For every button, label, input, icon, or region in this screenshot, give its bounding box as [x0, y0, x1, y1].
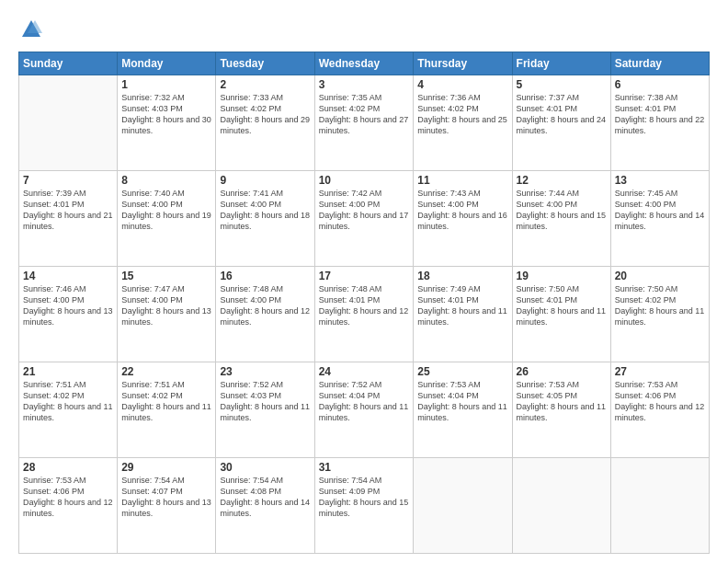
weekday-header-monday: Monday — [118, 52, 216, 75]
weekday-header-saturday: Saturday — [610, 52, 709, 75]
day-number: 27 — [615, 365, 705, 378]
day-number: 6 — [615, 78, 705, 91]
day-number: 12 — [517, 174, 607, 187]
day-number: 21 — [23, 365, 113, 378]
day-number: 30 — [220, 461, 310, 474]
day-info: Sunrise: 7:45 AM Sunset: 4:00 PM Dayligh… — [615, 188, 705, 233]
calendar-week-row: 14Sunrise: 7:46 AM Sunset: 4:00 PM Dayli… — [19, 267, 710, 362]
calendar-cell: 6Sunrise: 7:38 AM Sunset: 4:01 PM Daylig… — [610, 75, 709, 171]
day-number: 26 — [517, 365, 607, 378]
calendar-cell: 12Sunrise: 7:44 AM Sunset: 4:00 PM Dayli… — [512, 171, 610, 267]
weekday-header-sunday: Sunday — [19, 52, 118, 75]
day-info: Sunrise: 7:49 AM Sunset: 4:01 PM Dayligh… — [417, 283, 507, 328]
day-number: 8 — [121, 174, 211, 187]
day-number: 28 — [23, 461, 113, 474]
day-number: 1 — [121, 78, 211, 91]
calendar-cell — [19, 75, 118, 171]
calendar-cell: 25Sunrise: 7:53 AM Sunset: 4:04 PM Dayli… — [414, 362, 512, 458]
day-info: Sunrise: 7:47 AM Sunset: 4:00 PM Dayligh… — [121, 283, 211, 328]
day-info: Sunrise: 7:51 AM Sunset: 4:02 PM Dayligh… — [121, 379, 211, 424]
day-number: 24 — [319, 365, 410, 378]
day-info: Sunrise: 7:54 AM Sunset: 4:08 PM Dayligh… — [220, 475, 310, 520]
calendar-cell: 7Sunrise: 7:39 AM Sunset: 4:01 PM Daylig… — [19, 171, 118, 267]
calendar-cell: 11Sunrise: 7:43 AM Sunset: 4:00 PM Dayli… — [414, 171, 512, 267]
calendar-cell: 16Sunrise: 7:48 AM Sunset: 4:00 PM Dayli… — [216, 267, 314, 362]
calendar-cell: 24Sunrise: 7:52 AM Sunset: 4:04 PM Dayli… — [314, 362, 414, 458]
calendar-cell: 9Sunrise: 7:41 AM Sunset: 4:00 PM Daylig… — [216, 171, 314, 267]
day-info: Sunrise: 7:53 AM Sunset: 4:05 PM Dayligh… — [517, 379, 607, 424]
day-info: Sunrise: 7:43 AM Sunset: 4:00 PM Dayligh… — [417, 188, 507, 233]
day-number: 11 — [417, 174, 507, 187]
day-info: Sunrise: 7:41 AM Sunset: 4:00 PM Dayligh… — [220, 188, 310, 233]
calendar-cell: 23Sunrise: 7:52 AM Sunset: 4:03 PM Dayli… — [216, 362, 314, 458]
day-number: 16 — [220, 270, 310, 282]
day-info: Sunrise: 7:40 AM Sunset: 4:00 PM Dayligh… — [121, 188, 211, 233]
day-number: 29 — [121, 461, 211, 474]
weekday-header-row: SundayMondayTuesdayWednesdayThursdayFrid… — [19, 52, 710, 75]
calendar-table: SundayMondayTuesdayWednesdayThursdayFrid… — [18, 52, 710, 554]
day-number: 20 — [615, 270, 705, 282]
day-info: Sunrise: 7:48 AM Sunset: 4:01 PM Dayligh… — [319, 283, 410, 328]
day-info: Sunrise: 7:54 AM Sunset: 4:09 PM Dayligh… — [319, 475, 410, 520]
calendar-body: 1Sunrise: 7:32 AM Sunset: 4:03 PM Daylig… — [19, 75, 710, 554]
day-number: 15 — [121, 270, 211, 282]
day-info: Sunrise: 7:52 AM Sunset: 4:03 PM Dayligh… — [220, 379, 310, 424]
day-number: 19 — [517, 270, 607, 282]
calendar-cell: 18Sunrise: 7:49 AM Sunset: 4:01 PM Dayli… — [414, 267, 512, 362]
day-info: Sunrise: 7:38 AM Sunset: 4:01 PM Dayligh… — [615, 92, 705, 137]
calendar-cell: 17Sunrise: 7:48 AM Sunset: 4:01 PM Dayli… — [314, 267, 414, 362]
day-number: 17 — [319, 270, 410, 282]
day-info: Sunrise: 7:39 AM Sunset: 4:01 PM Dayligh… — [23, 188, 113, 233]
day-info: Sunrise: 7:53 AM Sunset: 4:04 PM Dayligh… — [417, 379, 507, 424]
calendar-cell: 10Sunrise: 7:42 AM Sunset: 4:00 PM Dayli… — [314, 171, 414, 267]
calendar-cell: 1Sunrise: 7:32 AM Sunset: 4:03 PM Daylig… — [118, 75, 216, 171]
calendar-cell: 29Sunrise: 7:54 AM Sunset: 4:07 PM Dayli… — [118, 458, 216, 554]
day-info: Sunrise: 7:50 AM Sunset: 4:02 PM Dayligh… — [615, 283, 705, 328]
day-info: Sunrise: 7:53 AM Sunset: 4:06 PM Dayligh… — [615, 379, 705, 424]
calendar-cell: 31Sunrise: 7:54 AM Sunset: 4:09 PM Dayli… — [314, 458, 414, 554]
day-info: Sunrise: 7:53 AM Sunset: 4:06 PM Dayligh… — [23, 475, 113, 520]
day-info: Sunrise: 7:32 AM Sunset: 4:03 PM Dayligh… — [121, 92, 211, 137]
calendar-cell: 8Sunrise: 7:40 AM Sunset: 4:00 PM Daylig… — [118, 171, 216, 267]
calendar-week-row: 7Sunrise: 7:39 AM Sunset: 4:01 PM Daylig… — [19, 171, 710, 267]
day-number: 22 — [121, 365, 211, 378]
day-info: Sunrise: 7:51 AM Sunset: 4:02 PM Dayligh… — [23, 379, 113, 424]
day-info: Sunrise: 7:52 AM Sunset: 4:04 PM Dayligh… — [319, 379, 410, 424]
day-number: 31 — [319, 461, 410, 474]
calendar-cell: 20Sunrise: 7:50 AM Sunset: 4:02 PM Dayli… — [610, 267, 709, 362]
calendar-week-row: 21Sunrise: 7:51 AM Sunset: 4:02 PM Dayli… — [19, 362, 710, 458]
day-number: 25 — [417, 365, 507, 378]
weekday-header-wednesday: Wednesday — [314, 52, 414, 75]
weekday-header-thursday: Thursday — [414, 52, 512, 75]
day-info: Sunrise: 7:33 AM Sunset: 4:02 PM Dayligh… — [220, 92, 310, 137]
logo — [18, 17, 48, 42]
day-info: Sunrise: 7:46 AM Sunset: 4:00 PM Dayligh… — [23, 283, 113, 328]
day-number: 4 — [417, 78, 507, 91]
weekday-header-tuesday: Tuesday — [216, 52, 314, 75]
day-number: 3 — [319, 78, 410, 91]
calendar-cell: 14Sunrise: 7:46 AM Sunset: 4:00 PM Dayli… — [19, 267, 118, 362]
calendar-cell: 27Sunrise: 7:53 AM Sunset: 4:06 PM Dayli… — [610, 362, 709, 458]
calendar-cell: 22Sunrise: 7:51 AM Sunset: 4:02 PM Dayli… — [118, 362, 216, 458]
calendar-cell: 5Sunrise: 7:37 AM Sunset: 4:01 PM Daylig… — [512, 75, 610, 171]
logo-icon — [18, 17, 44, 42]
calendar-cell — [414, 458, 512, 554]
calendar-cell: 4Sunrise: 7:36 AM Sunset: 4:02 PM Daylig… — [414, 75, 512, 171]
calendar-cell: 3Sunrise: 7:35 AM Sunset: 4:02 PM Daylig… — [314, 75, 414, 171]
calendar-week-row: 1Sunrise: 7:32 AM Sunset: 4:03 PM Daylig… — [19, 75, 710, 171]
calendar-cell: 21Sunrise: 7:51 AM Sunset: 4:02 PM Dayli… — [19, 362, 118, 458]
day-info: Sunrise: 7:50 AM Sunset: 4:01 PM Dayligh… — [517, 283, 607, 328]
calendar-cell: 13Sunrise: 7:45 AM Sunset: 4:00 PM Dayli… — [610, 171, 709, 267]
calendar-cell: 26Sunrise: 7:53 AM Sunset: 4:05 PM Dayli… — [512, 362, 610, 458]
day-number: 14 — [23, 270, 113, 282]
day-info: Sunrise: 7:44 AM Sunset: 4:00 PM Dayligh… — [517, 188, 607, 233]
day-info: Sunrise: 7:36 AM Sunset: 4:02 PM Dayligh… — [417, 92, 507, 137]
day-number: 10 — [319, 174, 410, 187]
calendar-cell: 15Sunrise: 7:47 AM Sunset: 4:00 PM Dayli… — [118, 267, 216, 362]
day-info: Sunrise: 7:42 AM Sunset: 4:00 PM Dayligh… — [319, 188, 410, 233]
weekday-header-friday: Friday — [512, 52, 610, 75]
calendar-cell: 30Sunrise: 7:54 AM Sunset: 4:08 PM Dayli… — [216, 458, 314, 554]
day-info: Sunrise: 7:48 AM Sunset: 4:00 PM Dayligh… — [220, 283, 310, 328]
day-info: Sunrise: 7:54 AM Sunset: 4:07 PM Dayligh… — [121, 475, 211, 520]
day-number: 2 — [220, 78, 310, 91]
